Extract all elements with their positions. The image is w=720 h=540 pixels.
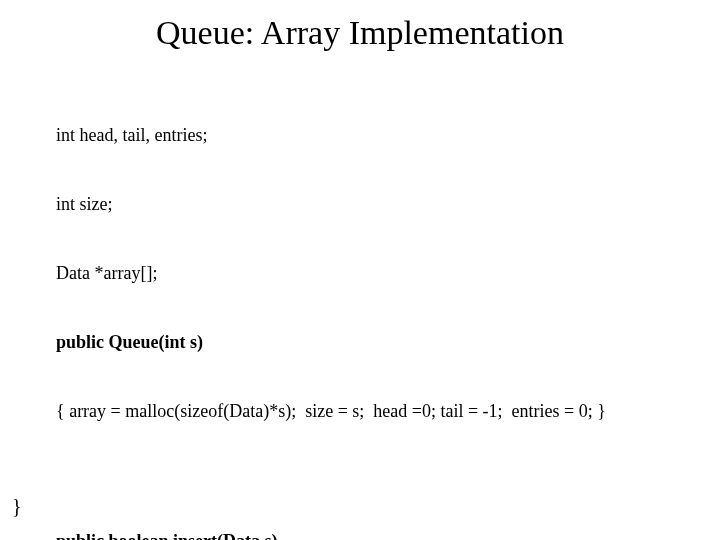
insert-block: public boolean insert(Data s) { if (is.F… (56, 484, 696, 540)
slide-title: Queue: Array Implementation (0, 14, 720, 52)
decl-line: int head, tail, entries; (56, 124, 696, 147)
constructor-body: { array = malloc(sizeof(Data)*s); size =… (56, 400, 696, 423)
insert-signature: public boolean insert(Data s) (56, 530, 696, 540)
decl-line: int size; (56, 193, 696, 216)
slide-body: int head, tail, entries; int size; Data … (56, 78, 696, 540)
declarations-block: int head, tail, entries; int size; Data … (56, 78, 696, 470)
closing-brace: } (12, 495, 22, 518)
constructor-signature: public Queue(int s) (56, 331, 696, 354)
slide: Queue: Array Implementation int head, ta… (0, 0, 720, 540)
decl-line: Data *array[]; (56, 262, 696, 285)
